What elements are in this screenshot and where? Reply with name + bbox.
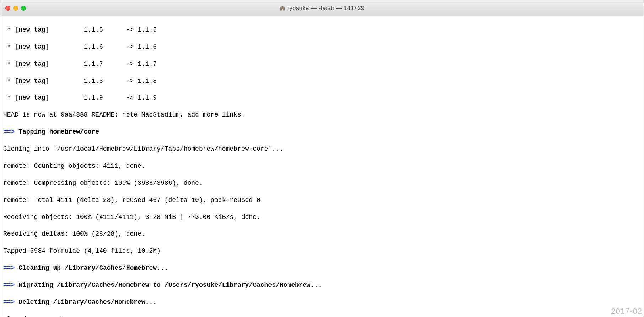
- arrow-icon: ==>: [3, 264, 15, 272]
- output-line: HEAD is now at 9aa4888 README: note MacS…: [3, 111, 641, 119]
- tag-line: * [new tag] 1.1.6 -> 1.1.6: [3, 43, 641, 52]
- step-line: ==> Migrating /Library/Caches/Homebrew t…: [3, 281, 641, 290]
- window-title: ryosuke — -bash — 141×29: [280, 5, 365, 12]
- window-title-text: ryosuke — -bash — 141×29: [288, 5, 365, 12]
- tag-line: * [new tag] 1.1.8 -> 1.1.8: [3, 77, 641, 86]
- terminal-window: ryosuke — -bash — 141×29 * [new tag] 1.1…: [0, 0, 644, 317]
- output-line: Tapped 3984 formulae (4,140 files, 10.2M…: [3, 247, 641, 256]
- tag-line: * [new tag] 1.1.9 -> 1.1.9: [3, 94, 641, 102]
- minimize-button[interactable]: [13, 6, 18, 11]
- output-line: Already up-to-date.: [3, 315, 641, 317]
- output-line: Receiving objects: 100% (4111/4111), 3.2…: [3, 213, 641, 222]
- arrow-icon: ==>: [3, 128, 15, 135]
- output-line: remote: Counting objects: 4111, done.: [3, 162, 641, 171]
- arrow-icon: ==>: [3, 281, 15, 289]
- titlebar[interactable]: ryosuke — -bash — 141×29: [0, 0, 644, 16]
- home-icon: [280, 5, 285, 11]
- output-line: remote: Total 4111 (delta 28), reused 46…: [3, 196, 641, 205]
- output-line: Resolving deltas: 100% (28/28), done.: [3, 230, 641, 238]
- arrow-icon: ==>: [3, 299, 15, 306]
- tag-line: * [new tag] 1.1.7 -> 1.1.7: [3, 60, 641, 69]
- close-button[interactable]: [5, 6, 10, 11]
- traffic-lights: [0, 6, 26, 11]
- step-line: ==> Tapping homebrew/core: [3, 128, 641, 136]
- maximize-button[interactable]: [21, 6, 26, 11]
- output-line: Cloning into '/usr/local/Homebrew/Librar…: [3, 145, 641, 154]
- terminal-area[interactable]: * [new tag] 1.1.5 -> 1.1.5 * [new tag] 1…: [0, 16, 644, 317]
- tag-line: * [new tag] 1.1.5 -> 1.1.5: [3, 26, 641, 34]
- step-line: ==> Cleaning up /Library/Caches/Homebrew…: [3, 264, 641, 273]
- output-line: remote: Compressing objects: 100% (3986/…: [3, 179, 641, 188]
- step-line: ==> Deleting /Library/Caches/Homebrew...: [3, 298, 641, 307]
